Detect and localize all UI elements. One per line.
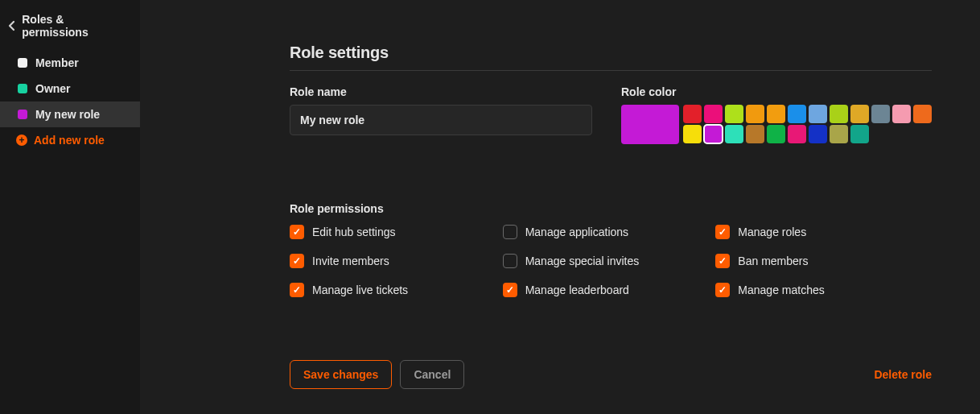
save-button[interactable]: Save changes bbox=[290, 360, 392, 389]
role-item-label: Member bbox=[35, 56, 79, 69]
footer-actions: Save changes Cancel Delete role bbox=[290, 360, 932, 389]
chevron-left-icon[interactable] bbox=[6, 20, 17, 31]
color-swatch[interactable] bbox=[683, 125, 702, 143]
role-color-swatch-icon bbox=[18, 110, 27, 119]
permission-checkbox[interactable]: ✓ bbox=[715, 283, 730, 297]
color-swatch[interactable] bbox=[850, 105, 869, 123]
color-swatch[interactable] bbox=[788, 105, 806, 123]
page-title: Role settings bbox=[290, 43, 932, 71]
role-color-swatch-icon bbox=[18, 58, 27, 68]
role-name-field-block: Role name bbox=[290, 85, 592, 135]
color-swatch[interactable] bbox=[830, 105, 848, 123]
permission-label: Manage applications bbox=[525, 226, 628, 238]
color-swatch[interactable] bbox=[767, 105, 785, 123]
permission-label: Manage matches bbox=[738, 284, 824, 296]
color-grid bbox=[683, 105, 932, 144]
sidebar: Roles & permissions MemberOwnerMy new ro… bbox=[0, 0, 140, 414]
color-swatches bbox=[621, 105, 932, 144]
role-color-label: Role color bbox=[621, 85, 932, 98]
color-swatch[interactable] bbox=[704, 105, 723, 123]
delete-role-link[interactable]: Delete role bbox=[874, 368, 932, 381]
permission-label: Manage leaderboard bbox=[525, 284, 629, 296]
permission-item: ✓Ban members bbox=[715, 254, 909, 268]
color-swatch[interactable] bbox=[892, 105, 911, 123]
sidebar-role-item[interactable]: Owner bbox=[0, 76, 140, 101]
selected-color-preview bbox=[621, 105, 679, 144]
sidebar-title: Roles & permissions bbox=[22, 13, 127, 39]
permission-checkbox[interactable]: ✓ bbox=[715, 225, 730, 239]
check-icon: ✓ bbox=[293, 284, 301, 296]
permissions-block: Role permissions ✓Edit hub settingsManag… bbox=[290, 202, 932, 297]
color-swatch[interactable] bbox=[725, 105, 743, 123]
color-swatch[interactable] bbox=[767, 125, 785, 143]
permission-checkbox[interactable]: ✓ bbox=[290, 283, 304, 297]
main-panel: Role settings Role name Role color Role … bbox=[140, 0, 980, 414]
color-swatch[interactable] bbox=[809, 105, 827, 123]
permission-checkbox[interactable] bbox=[503, 254, 517, 268]
permission-checkbox[interactable]: ✓ bbox=[715, 254, 730, 268]
color-swatch[interactable] bbox=[850, 125, 869, 143]
role-item-label: My new role bbox=[35, 108, 100, 121]
check-icon: ✓ bbox=[506, 284, 514, 296]
check-icon: ✓ bbox=[719, 226, 727, 238]
color-swatch[interactable] bbox=[746, 125, 764, 143]
check-icon: ✓ bbox=[719, 284, 727, 296]
permissions-label: Role permissions bbox=[290, 202, 932, 215]
sidebar-header: Roles & permissions bbox=[0, 13, 140, 50]
permission-item: ✓Manage live tickets bbox=[290, 283, 484, 297]
color-swatch[interactable] bbox=[788, 125, 806, 143]
role-name-label: Role name bbox=[290, 85, 592, 98]
permission-label: Manage special invites bbox=[525, 255, 640, 267]
permission-item: Manage special invites bbox=[503, 254, 697, 268]
role-color-block: Role color bbox=[621, 85, 932, 144]
role-color-swatch-icon bbox=[18, 84, 27, 93]
sidebar-role-item[interactable]: My new role bbox=[0, 101, 140, 127]
role-list: MemberOwnerMy new role bbox=[0, 50, 140, 127]
permission-item: ✓Invite members bbox=[290, 254, 484, 268]
role-name-input[interactable] bbox=[290, 105, 592, 135]
check-icon: ✓ bbox=[293, 226, 301, 238]
plus-circle-icon: + bbox=[16, 135, 27, 146]
permission-checkbox[interactable]: ✓ bbox=[290, 225, 304, 239]
check-icon: ✓ bbox=[293, 255, 301, 267]
check-icon: ✓ bbox=[719, 255, 727, 267]
permissions-grid: ✓Edit hub settingsManage applications✓Ma… bbox=[290, 225, 909, 297]
color-swatch[interactable] bbox=[725, 125, 743, 143]
role-item-label: Owner bbox=[35, 82, 71, 95]
permission-checkbox[interactable]: ✓ bbox=[503, 283, 517, 297]
permission-item: ✓Manage matches bbox=[715, 283, 909, 297]
add-role-label: Add new role bbox=[34, 134, 105, 147]
color-swatch[interactable] bbox=[830, 125, 848, 143]
cancel-button[interactable]: Cancel bbox=[400, 360, 464, 389]
permission-label: Edit hub settings bbox=[312, 226, 396, 238]
permission-item: Manage applications bbox=[503, 225, 697, 239]
permission-item: ✓Manage roles bbox=[715, 225, 909, 239]
color-swatch[interactable] bbox=[809, 125, 827, 143]
add-new-role-button[interactable]: + Add new role bbox=[0, 127, 140, 153]
permission-label: Manage live tickets bbox=[312, 284, 408, 296]
permission-checkbox[interactable]: ✓ bbox=[290, 254, 304, 268]
color-swatch[interactable] bbox=[746, 105, 764, 123]
color-row bbox=[683, 105, 932, 123]
color-swatch[interactable] bbox=[683, 105, 702, 123]
permission-item: ✓Manage leaderboard bbox=[503, 283, 697, 297]
permission-label: Manage roles bbox=[738, 226, 806, 238]
color-row bbox=[683, 125, 932, 143]
sidebar-role-item[interactable]: Member bbox=[0, 50, 140, 76]
permission-item: ✓Edit hub settings bbox=[290, 225, 484, 239]
color-swatch[interactable] bbox=[704, 125, 723, 143]
permission-checkbox[interactable] bbox=[503, 225, 517, 239]
color-swatch[interactable] bbox=[871, 105, 890, 123]
permission-label: Invite members bbox=[312, 255, 389, 267]
permission-label: Ban members bbox=[738, 255, 808, 267]
color-swatch[interactable] bbox=[913, 105, 932, 123]
